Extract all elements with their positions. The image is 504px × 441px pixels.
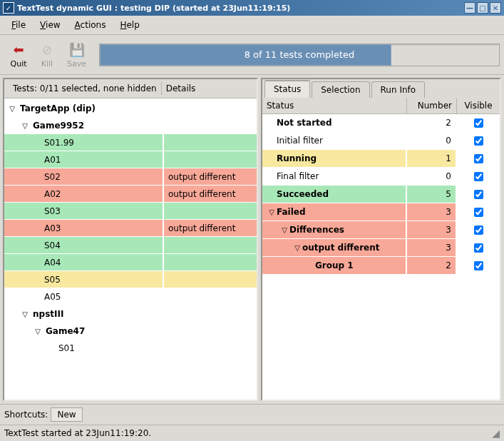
status-visible-cell bbox=[457, 168, 500, 186]
visible-checkbox[interactable] bbox=[474, 190, 483, 199]
tabs: Status Selection Run Info bbox=[262, 79, 500, 98]
test-row[interactable]: A05 bbox=[4, 288, 257, 305]
visible-checkbox[interactable] bbox=[474, 208, 483, 217]
test-row[interactable]: S03 bbox=[4, 203, 257, 220]
test-name: S01.99 bbox=[4, 134, 164, 151]
tab-runinfo[interactable]: Run Info bbox=[371, 81, 426, 98]
menubar: File View Actions Help bbox=[0, 16, 504, 35]
menu-view[interactable]: View bbox=[33, 18, 67, 32]
status-label: Succeeded bbox=[277, 189, 329, 199]
new-shortcut-button[interactable]: New bbox=[51, 407, 82, 422]
visible-checkbox[interactable] bbox=[474, 261, 483, 270]
expand-toggle-icon[interactable]: ▽ bbox=[7, 105, 17, 113]
tests-panel: Tests: 0/11 selected, none hidden Detail… bbox=[3, 78, 258, 401]
visible-checkbox[interactable] bbox=[474, 243, 483, 253]
titlebar: ✓ TextTest dynamic GUI : testing DIP (st… bbox=[0, 0, 504, 16]
test-name: A02 bbox=[4, 186, 164, 203]
tree-node[interactable]: S01 bbox=[4, 340, 257, 357]
expand-toggle-icon[interactable]: ▽ bbox=[292, 244, 302, 252]
status-label: Not started bbox=[277, 118, 332, 128]
visible-checkbox[interactable] bbox=[474, 154, 483, 163]
status-label: Final filter bbox=[277, 171, 319, 181]
kill-icon: ⊘ bbox=[38, 41, 56, 58]
status-label: output different bbox=[302, 243, 379, 253]
menu-help[interactable]: Help bbox=[113, 18, 146, 32]
test-detail bbox=[164, 151, 257, 168]
status-visible-cell bbox=[457, 186, 500, 203]
test-row[interactable]: A04 bbox=[4, 254, 257, 271]
expand-toggle-icon[interactable]: ▽ bbox=[20, 122, 30, 130]
status-visible-cell bbox=[457, 221, 500, 239]
status-row[interactable]: Running1 bbox=[262, 150, 500, 168]
test-detail bbox=[164, 254, 257, 271]
expand-toggle-icon[interactable]: ▽ bbox=[33, 328, 43, 335]
col-visible[interactable]: Visible bbox=[457, 98, 500, 113]
status-row[interactable]: Final filter0 bbox=[262, 168, 500, 186]
status-visible-cell bbox=[457, 150, 500, 168]
expand-toggle-icon[interactable]: ▽ bbox=[20, 310, 30, 318]
tree-node[interactable]: ▽Game47 bbox=[4, 323, 257, 340]
close-button[interactable]: ✕ bbox=[490, 2, 501, 14]
visible-checkbox[interactable] bbox=[474, 172, 483, 181]
status-row[interactable]: ▽output different3 bbox=[262, 239, 500, 257]
test-detail: output different bbox=[164, 186, 257, 203]
test-detail bbox=[164, 203, 257, 220]
test-row[interactable]: A01 bbox=[4, 151, 257, 168]
status-label-cell: Succeeded bbox=[262, 186, 407, 203]
menu-file[interactable]: File bbox=[4, 18, 33, 32]
maximize-button[interactable]: □ bbox=[477, 2, 488, 14]
tests-tree[interactable]: ▽TargetApp (dip)▽Game9952S01.99A01S02out… bbox=[4, 98, 257, 400]
visible-checkbox[interactable] bbox=[474, 225, 483, 235]
status-visible-cell bbox=[457, 239, 500, 257]
test-name: S03 bbox=[4, 203, 164, 220]
tree-label: TargetApp (dip) bbox=[17, 103, 254, 113]
test-row[interactable]: A02output different bbox=[4, 186, 257, 203]
status-label-cell: ▽Failed bbox=[262, 203, 407, 221]
visible-checkbox[interactable] bbox=[474, 118, 483, 128]
status-row[interactable]: Not started2 bbox=[262, 114, 500, 132]
status-label-cell: ▽Differences bbox=[262, 221, 407, 239]
test-row[interactable]: S01.99 bbox=[4, 134, 257, 151]
tree-node[interactable]: ▽TargetApp (dip) bbox=[4, 100, 257, 117]
status-row[interactable]: Succeeded5 bbox=[262, 186, 500, 203]
test-detail bbox=[164, 237, 257, 254]
minimize-button[interactable]: — bbox=[464, 2, 475, 14]
test-name: S04 bbox=[4, 237, 164, 254]
status-row[interactable]: Initial filter0 bbox=[262, 132, 500, 150]
test-name: A01 bbox=[4, 151, 164, 168]
status-row[interactable]: ▽Failed3 bbox=[262, 203, 500, 221]
status-label-cell: Running bbox=[262, 150, 407, 168]
test-row[interactable]: S02output different bbox=[4, 168, 257, 186]
tree-node[interactable]: ▽npstIII bbox=[4, 305, 257, 323]
test-name: A05 bbox=[4, 288, 164, 305]
tree-label: S01 bbox=[56, 343, 254, 353]
status-visible-cell bbox=[457, 132, 500, 150]
test-row[interactable]: S05 bbox=[4, 271, 257, 288]
resize-grip-icon[interactable]: ◢ bbox=[492, 427, 500, 439]
status-number: 3 bbox=[407, 221, 457, 239]
test-detail: output different bbox=[164, 220, 257, 237]
test-detail: output different bbox=[164, 168, 257, 186]
test-detail bbox=[164, 271, 257, 288]
status-tree[interactable]: Not started2Initial filter0Running1Final… bbox=[262, 114, 500, 400]
status-visible-cell bbox=[457, 257, 500, 275]
status-row[interactable]: ▽Differences3 bbox=[262, 221, 500, 239]
expand-toggle-icon[interactable]: ▽ bbox=[267, 208, 277, 216]
tree-node[interactable]: ▽Game9952 bbox=[4, 117, 257, 134]
test-row[interactable]: S04 bbox=[4, 237, 257, 254]
status-label: Group 1 bbox=[315, 260, 354, 270]
status-row[interactable]: Group 12 bbox=[262, 257, 500, 275]
menu-actions[interactable]: Actions bbox=[68, 18, 113, 32]
tab-status[interactable]: Status bbox=[264, 80, 310, 98]
test-row[interactable]: A03output different bbox=[4, 220, 257, 237]
visible-checkbox[interactable] bbox=[474, 136, 483, 146]
test-name: S05 bbox=[4, 271, 164, 288]
col-number[interactable]: Number bbox=[407, 98, 457, 113]
test-name: A03 bbox=[4, 220, 164, 237]
tab-selection[interactable]: Selection bbox=[312, 81, 369, 98]
quit-button[interactable]: ⬅ Quit bbox=[4, 39, 33, 70]
expand-toggle-icon[interactable]: ▽ bbox=[279, 226, 289, 234]
test-detail bbox=[164, 288, 257, 305]
col-status[interactable]: Status bbox=[262, 98, 407, 113]
tree-label: Game9952 bbox=[30, 121, 254, 131]
